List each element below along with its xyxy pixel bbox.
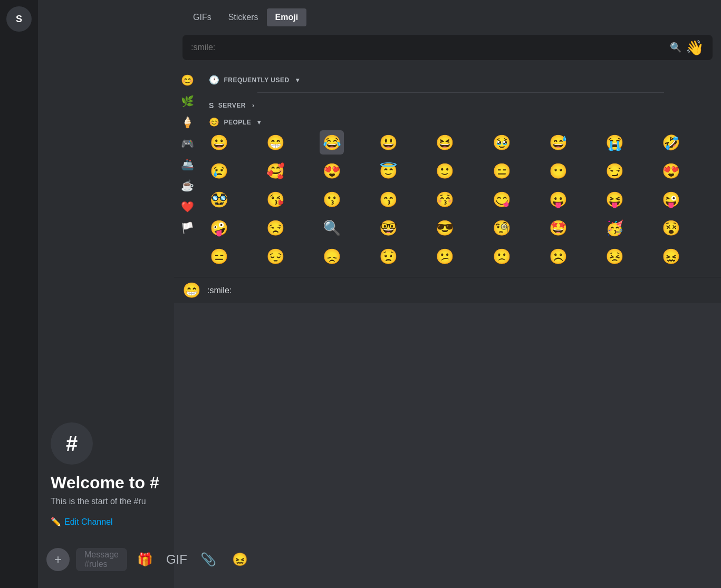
emoji-row-3: 🥸 😘 😗 😙 😚 😋 😛 😝 😜 bbox=[207, 187, 715, 211]
emoji-panel: 😊 🌿 🍦 🎮 🚢 ☕ ❤️ 🏳️ 🕐 FREQUENTLY USED ▾ bbox=[174, 66, 721, 277]
emoji-row-1: 😀 😁 😂 😃 😆 🥹 😅 😭 🤣 bbox=[207, 130, 715, 155]
emoji-cell[interactable]: 😍 bbox=[659, 159, 684, 183]
emoji-cell[interactable]: 🤩 bbox=[546, 216, 570, 240]
server-label: SERVER bbox=[218, 102, 246, 109]
emoji-cell[interactable]: 😔 bbox=[263, 244, 287, 268]
emoji-cell[interactable]: 😙 bbox=[377, 187, 401, 211]
emoji-cell[interactable]: 😍 bbox=[320, 159, 344, 183]
emoji-cell[interactable]: 😒 bbox=[263, 216, 287, 240]
main-area: GIFs Stickers Emoji :smile: 🔍 👋 😊 🌿 🍦 🎮 … bbox=[174, 0, 721, 588]
gift-icon[interactable]: 🎁 bbox=[133, 548, 157, 571]
wave-emoji: 👋 bbox=[686, 39, 704, 56]
emoji-cell[interactable]: 😵 bbox=[659, 216, 684, 240]
emoji-search-input[interactable]: :smile: bbox=[191, 43, 670, 52]
emoji-toolbar-icon[interactable]: 😖 bbox=[228, 548, 252, 571]
emoji-cell[interactable]: 😁 bbox=[263, 130, 287, 155]
emoji-cell[interactable]: 🤣 bbox=[659, 130, 684, 155]
emoji-bottom-bar: 😁 :smile: bbox=[174, 277, 721, 303]
nav-symbols[interactable]: ❤️ bbox=[178, 197, 197, 216]
emoji-cell[interactable]: 😀 bbox=[207, 130, 231, 155]
emoji-cell[interactable]: 😘 bbox=[263, 187, 287, 211]
emoji-cell-selected[interactable]: 😂 bbox=[320, 130, 344, 155]
preview-emoji: 😁 bbox=[182, 282, 201, 299]
emoji-cell[interactable]: 😣 bbox=[603, 244, 627, 268]
emoji-cell[interactable]: 😎 bbox=[433, 216, 457, 240]
nav-objects[interactable]: ☕ bbox=[178, 176, 197, 195]
people-label: PEOPLE bbox=[224, 119, 252, 126]
preview-label: :smile: bbox=[207, 286, 232, 295]
section-server[interactable]: S SERVER › bbox=[207, 97, 715, 113]
emoji-cell[interactable]: 😞 bbox=[320, 244, 344, 268]
channel-main-area: # Welcome to # This is the start of the … bbox=[38, 4, 174, 548]
emoji-picker: GIFs Stickers Emoji :smile: 🔍 👋 😊 🌿 🍦 🎮 … bbox=[174, 0, 721, 303]
emoji-cell[interactable]: 😚 bbox=[433, 187, 457, 211]
emoji-cell[interactable]: 🥰 bbox=[263, 159, 287, 183]
emoji-cell[interactable]: 🤪 bbox=[207, 216, 231, 240]
emoji-cell[interactable]: 😢 bbox=[207, 159, 231, 183]
attachment-icon[interactable]: 📎 bbox=[197, 548, 220, 571]
nav-food[interactable]: 🍦 bbox=[178, 113, 197, 132]
server-icon-area: S bbox=[0, 0, 38, 588]
emoji-cell[interactable]: 😭 bbox=[603, 130, 627, 155]
emoji-cell[interactable]: 🤓 bbox=[377, 216, 401, 240]
chevron-down-icon: ▾ bbox=[296, 76, 300, 84]
search-icon: 🔍 bbox=[670, 42, 681, 53]
hash-symbol: # bbox=[66, 432, 78, 456]
edit-channel-label: Edit Channel bbox=[64, 517, 113, 527]
tab-gifs[interactable]: GIFs bbox=[185, 8, 220, 26]
section-frequently-used[interactable]: 🕐 FREQUENTLY USED ▾ bbox=[207, 71, 715, 88]
divider-1 bbox=[257, 92, 664, 93]
arrow-right-icon: › bbox=[252, 102, 255, 109]
channel-hash-icon: # bbox=[51, 422, 93, 465]
emoji-cell[interactable]: 😕 bbox=[433, 244, 457, 268]
picker-tabs: GIFs Stickers Emoji bbox=[174, 0, 721, 31]
nav-flags[interactable]: 🏳️ bbox=[178, 218, 197, 237]
emoji-cell[interactable]: 🔍 bbox=[320, 216, 344, 240]
section-people[interactable]: 😊 PEOPLE ▾ bbox=[207, 113, 715, 130]
emoji-grid-area: 🕐 FREQUENTLY USED ▾ S SERVER › 😊 PEOPLE … bbox=[200, 66, 721, 277]
welcome-title: Welcome to # bbox=[51, 473, 161, 493]
pencil-icon: ✏️ bbox=[51, 517, 61, 527]
nav-travel[interactable]: 🚢 bbox=[178, 155, 197, 174]
emoji-cell[interactable]: 😏 bbox=[603, 159, 627, 183]
gif-button[interactable]: GIF bbox=[165, 548, 188, 571]
emoji-cell[interactable]: 😃 bbox=[377, 130, 401, 155]
emoji-cell[interactable]: 😑 bbox=[489, 159, 514, 183]
emoji-cell[interactable]: 🙂 bbox=[433, 159, 457, 183]
message-input[interactable]: Message #rules bbox=[76, 548, 127, 571]
emoji-cell[interactable]: 😝 bbox=[603, 187, 627, 211]
emoji-cell[interactable]: 😑 bbox=[207, 244, 231, 268]
emoji-cell[interactable]: 🥹 bbox=[489, 130, 514, 155]
message-input-area: + Message #rules 🎁 GIF 📎 😖 bbox=[38, 548, 174, 584]
emoji-cell[interactable]: 😜 bbox=[659, 187, 684, 211]
people-section-icon: 😊 bbox=[209, 117, 220, 127]
chevron-down-icon-2: ▾ bbox=[257, 119, 261, 126]
emoji-cell[interactable]: 😗 bbox=[320, 187, 344, 211]
emoji-cell[interactable]: ☹️ bbox=[546, 244, 570, 268]
add-content-button[interactable]: + bbox=[46, 548, 70, 571]
nav-nature[interactable]: 🌿 bbox=[178, 92, 197, 111]
tab-stickers[interactable]: Stickers bbox=[220, 8, 267, 26]
emoji-search-bar: :smile: 🔍 👋 bbox=[182, 35, 713, 60]
nav-activities[interactable]: 🎮 bbox=[178, 134, 197, 153]
emoji-cell[interactable]: 😖 bbox=[659, 244, 684, 268]
emoji-cell[interactable]: 😇 bbox=[377, 159, 401, 183]
emoji-left-nav: 😊 🌿 🍦 🎮 🚢 ☕ ❤️ 🏳️ bbox=[174, 66, 200, 277]
edit-channel-button[interactable]: ✏️ Edit Channel bbox=[51, 517, 161, 527]
server-icon[interactable]: S bbox=[6, 6, 32, 32]
emoji-cell[interactable]: 😋 bbox=[489, 187, 514, 211]
emoji-cell[interactable]: 😅 bbox=[546, 130, 570, 155]
emoji-cell[interactable]: 🥸 bbox=[207, 187, 231, 211]
emoji-cell[interactable]: 😛 bbox=[546, 187, 570, 211]
emoji-row-5: 😑 😔 😞 😟 😕 🙁 ☹️ 😣 😖 bbox=[207, 244, 715, 268]
emoji-cell[interactable]: 🙁 bbox=[489, 244, 514, 268]
emoji-cell[interactable]: 😶 bbox=[546, 159, 570, 183]
tab-emoji[interactable]: Emoji bbox=[267, 8, 307, 26]
emoji-cell[interactable]: 😆 bbox=[433, 130, 457, 155]
emoji-row-4: 🤪 😒 🔍 🤓 😎 🧐 🤩 🥳 😵 bbox=[207, 216, 715, 240]
emoji-cell[interactable]: 🧐 bbox=[489, 216, 514, 240]
nav-people[interactable]: 😊 bbox=[178, 71, 197, 90]
emoji-row-2: 😢 🥰 😍 😇 🙂 😑 😶 😏 😍 bbox=[207, 159, 715, 183]
emoji-cell[interactable]: 🥳 bbox=[603, 216, 627, 240]
emoji-cell[interactable]: 😟 bbox=[377, 244, 401, 268]
